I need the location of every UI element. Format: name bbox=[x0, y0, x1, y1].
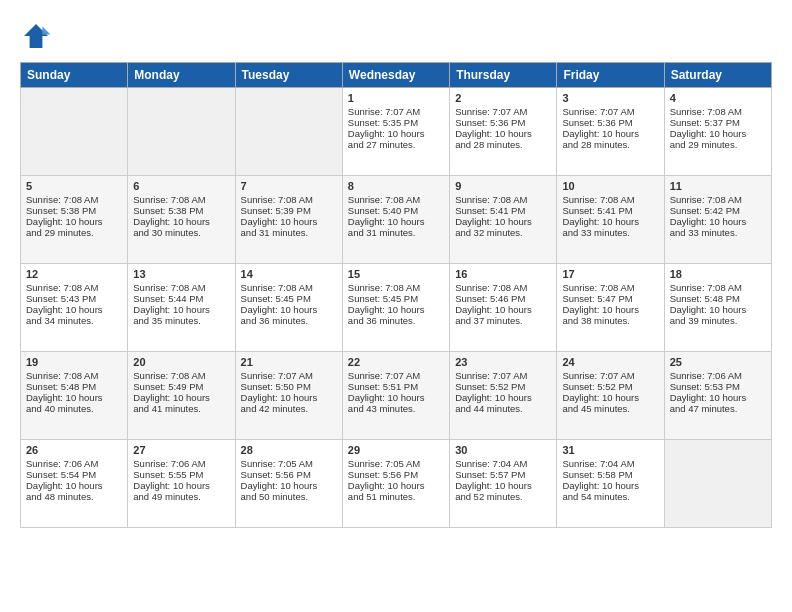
calendar-cell: 23Sunrise: 7:07 AMSunset: 5:52 PMDayligh… bbox=[450, 352, 557, 440]
cell-info-line: and 28 minutes. bbox=[455, 139, 551, 150]
col-header-friday: Friday bbox=[557, 63, 664, 88]
cell-info-line: Sunrise: 7:08 AM bbox=[670, 282, 766, 293]
calendar-cell: 1Sunrise: 7:07 AMSunset: 5:35 PMDaylight… bbox=[342, 88, 449, 176]
calendar-cell: 31Sunrise: 7:04 AMSunset: 5:58 PMDayligh… bbox=[557, 440, 664, 528]
calendar-cell bbox=[235, 88, 342, 176]
cell-info-line: and 37 minutes. bbox=[455, 315, 551, 326]
cell-info-line: Daylight: 10 hours bbox=[26, 304, 122, 315]
cell-info-line: Daylight: 10 hours bbox=[348, 480, 444, 491]
day-number: 10 bbox=[562, 180, 658, 192]
calendar-week-row: 19Sunrise: 7:08 AMSunset: 5:48 PMDayligh… bbox=[21, 352, 772, 440]
cell-info-line: Daylight: 10 hours bbox=[26, 480, 122, 491]
calendar-week-row: 26Sunrise: 7:06 AMSunset: 5:54 PMDayligh… bbox=[21, 440, 772, 528]
calendar-cell: 10Sunrise: 7:08 AMSunset: 5:41 PMDayligh… bbox=[557, 176, 664, 264]
header bbox=[20, 20, 772, 52]
cell-info-line: Daylight: 10 hours bbox=[348, 216, 444, 227]
calendar-cell bbox=[21, 88, 128, 176]
day-number: 9 bbox=[455, 180, 551, 192]
day-number: 14 bbox=[241, 268, 337, 280]
cell-info-line: and 50 minutes. bbox=[241, 491, 337, 502]
cell-info-line: and 38 minutes. bbox=[562, 315, 658, 326]
day-number: 30 bbox=[455, 444, 551, 456]
cell-info-line: Sunrise: 7:07 AM bbox=[348, 370, 444, 381]
cell-info-line: Sunrise: 7:08 AM bbox=[241, 194, 337, 205]
cell-info-line: Sunset: 5:38 PM bbox=[133, 205, 229, 216]
cell-info-line: Sunrise: 7:06 AM bbox=[670, 370, 766, 381]
calendar-cell: 3Sunrise: 7:07 AMSunset: 5:36 PMDaylight… bbox=[557, 88, 664, 176]
cell-info-line: Sunrise: 7:04 AM bbox=[455, 458, 551, 469]
cell-info-line: Sunset: 5:48 PM bbox=[26, 381, 122, 392]
cell-info-line: Sunrise: 7:08 AM bbox=[562, 282, 658, 293]
cell-info-line: Daylight: 10 hours bbox=[562, 128, 658, 139]
cell-info-line: Daylight: 10 hours bbox=[241, 392, 337, 403]
col-header-sunday: Sunday bbox=[21, 63, 128, 88]
cell-info-line: and 52 minutes. bbox=[455, 491, 551, 502]
cell-info-line: Daylight: 10 hours bbox=[455, 480, 551, 491]
cell-info-line: Daylight: 10 hours bbox=[133, 480, 229, 491]
cell-info-line: Daylight: 10 hours bbox=[455, 216, 551, 227]
cell-info-line: Daylight: 10 hours bbox=[670, 304, 766, 315]
day-number: 19 bbox=[26, 356, 122, 368]
cell-info-line: Sunset: 5:45 PM bbox=[241, 293, 337, 304]
cell-info-line: Daylight: 10 hours bbox=[26, 392, 122, 403]
cell-info-line: Sunset: 5:38 PM bbox=[26, 205, 122, 216]
calendar-cell: 9Sunrise: 7:08 AMSunset: 5:41 PMDaylight… bbox=[450, 176, 557, 264]
day-number: 21 bbox=[241, 356, 337, 368]
day-number: 24 bbox=[562, 356, 658, 368]
cell-info-line: Daylight: 10 hours bbox=[455, 304, 551, 315]
calendar-cell: 29Sunrise: 7:05 AMSunset: 5:56 PMDayligh… bbox=[342, 440, 449, 528]
cell-info-line: Daylight: 10 hours bbox=[348, 304, 444, 315]
cell-info-line: Sunset: 5:41 PM bbox=[455, 205, 551, 216]
col-header-tuesday: Tuesday bbox=[235, 63, 342, 88]
cell-info-line: Daylight: 10 hours bbox=[562, 304, 658, 315]
cell-info-line: Sunrise: 7:08 AM bbox=[26, 194, 122, 205]
day-number: 2 bbox=[455, 92, 551, 104]
cell-info-line: and 34 minutes. bbox=[26, 315, 122, 326]
cell-info-line: and 28 minutes. bbox=[562, 139, 658, 150]
cell-info-line: Sunset: 5:39 PM bbox=[241, 205, 337, 216]
calendar-cell: 18Sunrise: 7:08 AMSunset: 5:48 PMDayligh… bbox=[664, 264, 771, 352]
cell-info-line: Sunrise: 7:08 AM bbox=[133, 282, 229, 293]
calendar-cell: 11Sunrise: 7:08 AMSunset: 5:42 PMDayligh… bbox=[664, 176, 771, 264]
cell-info-line: and 49 minutes. bbox=[133, 491, 229, 502]
cell-info-line: Sunrise: 7:08 AM bbox=[348, 282, 444, 293]
day-number: 26 bbox=[26, 444, 122, 456]
cell-info-line: Sunset: 5:52 PM bbox=[455, 381, 551, 392]
cell-info-line: Sunset: 5:53 PM bbox=[670, 381, 766, 392]
cell-info-line: Sunrise: 7:07 AM bbox=[455, 370, 551, 381]
cell-info-line: Sunset: 5:43 PM bbox=[26, 293, 122, 304]
calendar-week-row: 1Sunrise: 7:07 AMSunset: 5:35 PMDaylight… bbox=[21, 88, 772, 176]
cell-info-line: and 29 minutes. bbox=[26, 227, 122, 238]
cell-info-line: Sunset: 5:46 PM bbox=[455, 293, 551, 304]
cell-info-line: Daylight: 10 hours bbox=[133, 304, 229, 315]
cell-info-line: and 54 minutes. bbox=[562, 491, 658, 502]
cell-info-line: and 36 minutes. bbox=[241, 315, 337, 326]
day-number: 5 bbox=[26, 180, 122, 192]
cell-info-line: and 30 minutes. bbox=[133, 227, 229, 238]
cell-info-line: and 36 minutes. bbox=[348, 315, 444, 326]
cell-info-line: Sunrise: 7:08 AM bbox=[670, 106, 766, 117]
cell-info-line: and 48 minutes. bbox=[26, 491, 122, 502]
day-number: 1 bbox=[348, 92, 444, 104]
cell-info-line: Sunset: 5:54 PM bbox=[26, 469, 122, 480]
cell-info-line: Sunrise: 7:07 AM bbox=[562, 370, 658, 381]
calendar-cell: 16Sunrise: 7:08 AMSunset: 5:46 PMDayligh… bbox=[450, 264, 557, 352]
cell-info-line: Sunrise: 7:07 AM bbox=[455, 106, 551, 117]
cell-info-line: Sunrise: 7:05 AM bbox=[348, 458, 444, 469]
cell-info-line: Daylight: 10 hours bbox=[670, 128, 766, 139]
cell-info-line: Daylight: 10 hours bbox=[562, 480, 658, 491]
cell-info-line: Daylight: 10 hours bbox=[670, 392, 766, 403]
day-number: 31 bbox=[562, 444, 658, 456]
cell-info-line: Sunset: 5:57 PM bbox=[455, 469, 551, 480]
calendar-week-row: 12Sunrise: 7:08 AMSunset: 5:43 PMDayligh… bbox=[21, 264, 772, 352]
cell-info-line: Daylight: 10 hours bbox=[241, 304, 337, 315]
day-number: 7 bbox=[241, 180, 337, 192]
day-number: 29 bbox=[348, 444, 444, 456]
cell-info-line: Sunrise: 7:08 AM bbox=[241, 282, 337, 293]
cell-info-line: and 51 minutes. bbox=[348, 491, 444, 502]
day-number: 20 bbox=[133, 356, 229, 368]
calendar-cell: 15Sunrise: 7:08 AMSunset: 5:45 PMDayligh… bbox=[342, 264, 449, 352]
cell-info-line: and 33 minutes. bbox=[562, 227, 658, 238]
cell-info-line: Sunrise: 7:08 AM bbox=[455, 194, 551, 205]
calendar-week-row: 5Sunrise: 7:08 AMSunset: 5:38 PMDaylight… bbox=[21, 176, 772, 264]
